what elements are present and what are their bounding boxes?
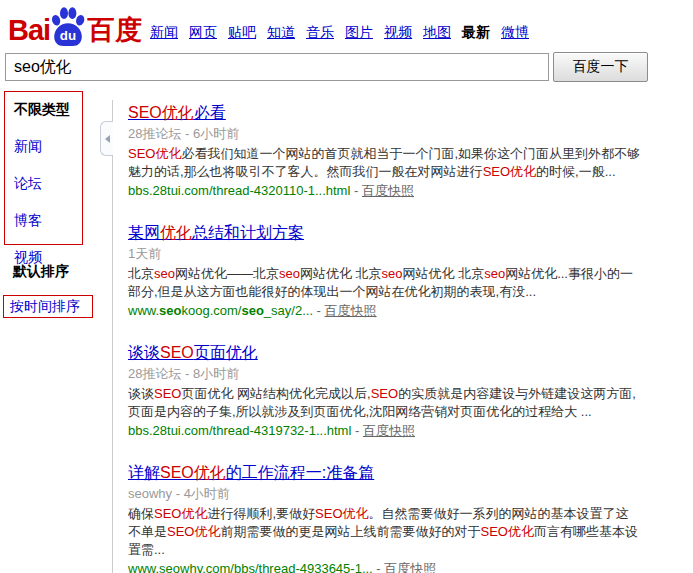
- nav-link-3[interactable]: 贴吧: [228, 24, 256, 42]
- sort-by-time-link[interactable]: 按时间排序: [4, 296, 92, 317]
- text-segment: 。自然需要做好一系列的网站的基本设置了这: [369, 506, 629, 521]
- text-segment: 前期需要做的更是网站上线前需要做好的对于: [220, 524, 480, 539]
- text-segment: 置需...: [128, 542, 165, 557]
- logo-cn-text: 百度: [87, 10, 143, 50]
- result-title: 谈谈SEO页面优化: [128, 343, 688, 362]
- logo-bai-text: Bai: [8, 10, 50, 50]
- url-separator: -: [351, 423, 363, 438]
- result-meta: 28推论坛 - 8小时前: [128, 366, 688, 381]
- keyword-highlight: 优化: [160, 224, 192, 241]
- text-segment: 北京: [128, 266, 154, 281]
- text-segment: 网站优化——北京: [175, 266, 279, 281]
- snapshot-link[interactable]: 百度快照: [362, 183, 414, 198]
- result-url-line: bbs.28tui.com/thread-4319732-1...html - …: [128, 423, 688, 439]
- baidu-news-search-page: Bai du 百度 新闻网页贴吧知道音乐图片视频地图最新微博 百度一下 不限类型…: [0, 0, 693, 573]
- result-description-line: SEO优化必看我们知道一个网站的首页就相当于一个门面,如果你这个门面从里到外都不…: [128, 145, 688, 163]
- nav-link-6[interactable]: 图片: [345, 24, 373, 42]
- result-description: 北京seo网站优化——北京seo网站优化 北京seo网站优化 北京seo网站优化…: [128, 265, 688, 301]
- nav-link-10[interactable]: 微博: [501, 24, 529, 42]
- text-segment: bbs.28tui.com/thread-4320110-1...html: [128, 183, 350, 198]
- type-filter-item[interactable]: 新闻: [14, 138, 82, 156]
- text-segment: 详解: [128, 464, 160, 481]
- url-separator: -: [313, 303, 325, 318]
- text-segment: 网站优化 北京: [300, 266, 382, 281]
- result-title-link[interactable]: 详解SEO优化的工作流程一:准备篇: [128, 464, 374, 481]
- result-url-line: bbs.28tui.com/thread-4320110-1...html - …: [128, 183, 688, 199]
- keyword-highlight: SEO优化: [128, 146, 181, 161]
- text-segment: 确保: [128, 506, 154, 521]
- keyword-highlight: seo: [154, 266, 175, 281]
- text-segment: 某网: [128, 224, 160, 241]
- type-filter-header: 不限类型: [14, 101, 82, 119]
- nav-link-7[interactable]: 视频: [384, 24, 412, 42]
- keyword-highlight: seo: [382, 266, 403, 281]
- keyword-highlight: SEO: [154, 386, 181, 401]
- text-segment: 进行得顺利,要做好: [207, 506, 315, 521]
- text-segment: 谈谈: [128, 344, 160, 361]
- keyword-highlight: SEO: [371, 386, 398, 401]
- result-url-line: www.seowhy.com/bbs/thread-4933645-1... -…: [128, 561, 688, 573]
- search-result: 某网优化总结和计划方案1天前北京seo网站优化——北京seo网站优化 北京seo…: [128, 223, 688, 319]
- sort-header: 默认排序: [13, 263, 69, 281]
- text-segment: _say/2...: [264, 303, 313, 318]
- result-description-line: 北京seo网站优化——北京seo网站优化 北京seo网站优化 北京seo网站优化…: [128, 265, 688, 283]
- text-segment: 部分,但是从这方面也能很好的体现出一个网站在优化初期的表现,有没...: [128, 284, 536, 299]
- text-segment: 的工作流程一:准备篇: [226, 464, 374, 481]
- keyword-highlight: SEO优化: [315, 506, 368, 521]
- result-title-link[interactable]: 谈谈SEO页面优化: [128, 344, 258, 361]
- nav-link-8[interactable]: 地图: [423, 24, 451, 42]
- top-nav: 新闻网页贴吧知道音乐图片视频地图最新微博: [150, 24, 529, 42]
- text-segment: 页面优化 网站结构优化完成以后,: [181, 386, 370, 401]
- type-filter-box: 不限类型 新闻论坛博客视频: [4, 91, 83, 245]
- keyword-highlight: seo: [279, 266, 300, 281]
- nav-link-1[interactable]: 新闻: [150, 24, 178, 42]
- text-segment: 必看我们知道一个网站的首页就相当于一个门面,如果你这个门面从里到外都不够: [181, 146, 640, 161]
- text-segment: bbs.28tui.com/thread-4319732-1...html: [128, 423, 351, 438]
- sidebar-collapse-button[interactable]: [100, 121, 113, 156]
- text-segment: 必看: [194, 104, 226, 121]
- keyword-highlight: seo: [484, 266, 505, 281]
- snapshot-link[interactable]: 百度快照: [325, 303, 377, 318]
- search-button[interactable]: 百度一下: [553, 52, 648, 82]
- baidu-logo[interactable]: Bai du 百度: [8, 4, 143, 50]
- result-meta: 28推论坛 - 6小时前: [128, 126, 688, 141]
- result-description-line: 不单是SEO优化前期需要做的更是网站上线前需要做好的对于SEO优化而言有哪些基本…: [128, 523, 688, 541]
- snapshot-link[interactable]: 百度快照: [384, 561, 436, 573]
- result-url: bbs.28tui.com/thread-4320110-1...html: [128, 183, 350, 198]
- snapshot-link[interactable]: 百度快照: [363, 423, 415, 438]
- search-result: SEO优化必看28推论坛 - 6小时前SEO优化必看我们知道一个网站的首页就相当…: [128, 103, 688, 199]
- text-segment: www.seowhy.com/bbs/thread-4933645-1...: [128, 561, 373, 573]
- result-description-line: 部分,但是从这方面也能很好的体现出一个网站在优化初期的表现,有没...: [128, 283, 688, 301]
- text-segment: seo: [241, 303, 263, 318]
- keyword-highlight: SEO优化: [480, 524, 533, 539]
- result-title: 某网优化总结和计划方案: [128, 223, 688, 242]
- type-filter-item[interactable]: 博客: [14, 212, 82, 230]
- sort-by-time-box: 按时间排序: [3, 295, 93, 318]
- result-description: 谈谈SEO页面优化 网站结构优化完成以后,SEO的实质就是内容建设与外链建设这两…: [128, 385, 688, 421]
- keyword-highlight: SEO: [160, 344, 194, 361]
- text-segment: 总结和计划方案: [192, 224, 304, 241]
- result-title-link[interactable]: 某网优化总结和计划方案: [128, 224, 304, 241]
- text-segment: 网站优化...事很小的一: [505, 266, 633, 281]
- result-meta: 1天前: [128, 246, 688, 261]
- nav-link-9-active[interactable]: 最新: [462, 24, 490, 42]
- nav-link-4[interactable]: 知道: [267, 24, 295, 42]
- collapse-arrow-icon: [105, 135, 110, 143]
- result-title-link[interactable]: SEO优化必看: [128, 104, 226, 121]
- result-url: bbs.28tui.com/thread-4319732-1...html: [128, 423, 351, 438]
- keyword-highlight: SEO优化: [483, 164, 536, 179]
- text-segment: 页面是内容的子集,所以就涉及到页面优化,沈阳网络营销对页面优化的过程给大 ...: [128, 404, 592, 419]
- type-filter-item[interactable]: 论坛: [14, 175, 82, 193]
- nav-link-5[interactable]: 音乐: [306, 24, 334, 42]
- nav-link-2[interactable]: 网页: [189, 24, 217, 42]
- search-result: 详解SEO优化的工作流程一:准备篇seowhy - 4小时前确保SEO优化进行得…: [128, 463, 688, 573]
- text-segment: 而言有哪些基本设: [534, 524, 638, 539]
- result-url-line: www.seokoog.com/seo_say/2... - 百度快照: [128, 303, 688, 319]
- text-segment: 谈谈: [128, 386, 154, 401]
- search-input[interactable]: [5, 53, 549, 81]
- text-segment: www.: [128, 303, 159, 318]
- keyword-highlight: SEO优化: [128, 104, 194, 121]
- result-meta: seowhy - 4小时前: [128, 486, 688, 501]
- search-result: 谈谈SEO页面优化28推论坛 - 8小时前谈谈SEO页面优化 网站结构优化完成以…: [128, 343, 688, 439]
- result-description-line: 确保SEO优化进行得顺利,要做好SEO优化。自然需要做好一系列的网站的基本设置了…: [128, 505, 688, 523]
